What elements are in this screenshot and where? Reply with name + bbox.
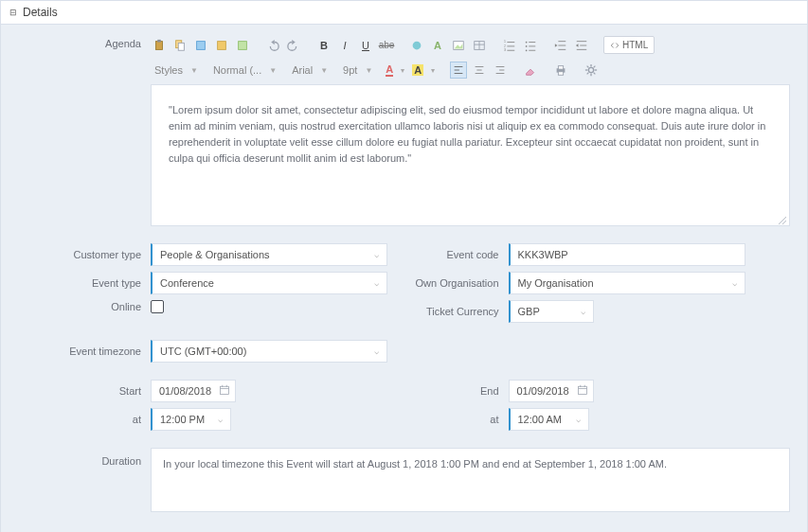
font-dropdown[interactable]: Arial▼ <box>288 62 332 78</box>
calendar-icon <box>577 384 588 398</box>
svg-rect-4 <box>197 41 206 49</box>
online-checkbox[interactable] <box>151 300 164 313</box>
event-type-label: Event type <box>18 277 151 289</box>
size-dropdown[interactable]: 9pt▼ <box>339 62 376 78</box>
event-code-label: Event code <box>404 249 509 260</box>
align-left-icon[interactable] <box>450 62 467 79</box>
ticket-currency-label: Ticket Currency <box>404 306 509 317</box>
styles-dropdown[interactable]: Styles▼ <box>151 62 202 78</box>
svg-marker-32 <box>576 44 579 47</box>
outdent-icon[interactable] <box>552 37 569 54</box>
svg-point-7 <box>413 41 422 49</box>
start-label: Start <box>18 385 151 397</box>
eraser-icon[interactable] <box>522 62 539 79</box>
details-panel: ⊟ Details Agenda <box>0 0 808 532</box>
panel-body: Agenda <box>1 25 807 532</box>
strike-icon[interactable]: abe <box>378 37 395 54</box>
svg-text:1: 1 <box>504 40 506 44</box>
end-label: End <box>404 385 509 397</box>
calendar-icon <box>219 384 230 398</box>
svg-line-53 <box>587 73 589 75</box>
gear-icon[interactable] <box>583 62 600 79</box>
chevron-down-icon: ⌵ <box>581 307 585 316</box>
editor-toolbar-1: B I U abe A <box>151 34 790 60</box>
paste-icon[interactable] <box>151 37 168 54</box>
svg-line-54 <box>594 66 596 68</box>
ticket-currency-select[interactable]: GBP ⌵ <box>509 300 594 323</box>
svg-point-21 <box>526 45 528 47</box>
table-icon[interactable] <box>471 37 488 54</box>
format-dropdown[interactable]: Normal (...▼ <box>209 62 280 78</box>
own-organisation-label: Own Organisation <box>404 277 509 289</box>
highlight-color-dropdown[interactable]: A▾ <box>410 64 437 76</box>
duration-label: Duration <box>18 448 151 467</box>
svg-rect-5 <box>218 41 226 49</box>
html-source-button[interactable]: HTML <box>603 36 655 54</box>
clipboard-icon[interactable] <box>171 37 189 54</box>
chevron-down-icon: ⌵ <box>374 278 379 288</box>
undo-icon[interactable] <box>264 37 281 54</box>
chevron-down-icon: ⌵ <box>374 250 379 259</box>
print-icon[interactable] <box>552 62 569 79</box>
indent-icon[interactable] <box>573 37 590 54</box>
panel-title: Details <box>23 6 58 19</box>
svg-text:2: 2 <box>504 44 506 47</box>
anchor-icon[interactable]: A <box>429 37 446 54</box>
svg-marker-42 <box>527 69 534 75</box>
duration-text: In your local timezone this Event will s… <box>163 458 667 470</box>
image-icon[interactable] <box>450 37 467 54</box>
svg-line-51 <box>587 66 589 68</box>
svg-rect-44 <box>559 66 564 70</box>
collapse-icon: ⊟ <box>9 8 17 17</box>
svg-line-52 <box>594 73 596 75</box>
unordered-list-icon[interactable] <box>522 37 539 54</box>
svg-text:3: 3 <box>504 48 506 52</box>
agenda-editor: B I U abe A <box>151 34 790 226</box>
customer-type-select[interactable]: People & Organisations ⌵ <box>151 243 387 266</box>
svg-point-23 <box>526 49 528 51</box>
agenda-label: Agenda <box>18 34 151 49</box>
start-date-input[interactable]: 01/08/2018 <box>151 380 236 402</box>
ordered-list-icon[interactable]: 123 <box>501 37 518 54</box>
paste-word-icon[interactable] <box>192 37 209 54</box>
own-organisation-select[interactable]: My Organisation ⌵ <box>509 272 745 294</box>
italic-icon[interactable]: I <box>336 37 353 54</box>
panel-header[interactable]: ⊟ Details <box>1 1 807 25</box>
svg-rect-6 <box>239 41 247 49</box>
chevron-down-icon: ⌵ <box>218 415 223 424</box>
agenda-textarea[interactable]: "Lorem ipsum dolor sit amet, consectetur… <box>151 84 790 226</box>
event-type-select[interactable]: Conference ⌵ <box>151 272 387 294</box>
start-time-select[interactable]: 12:00 PM ⌵ <box>151 408 231 431</box>
end-date-input[interactable]: 01/09/2018 <box>509 380 594 402</box>
svg-rect-1 <box>157 39 161 42</box>
svg-rect-61 <box>578 386 586 394</box>
svg-rect-0 <box>156 41 163 49</box>
svg-point-19 <box>526 41 528 43</box>
customer-type-label: Customer type <box>18 249 151 260</box>
duration-display: In your local timezone this Event will s… <box>151 448 790 512</box>
redo-icon[interactable] <box>285 37 302 54</box>
event-code-input[interactable]: KKK3WBP <box>509 243 745 266</box>
event-timezone-select[interactable]: UTC (GMT+00:00) ⌵ <box>151 340 387 363</box>
chevron-down-icon: ⌵ <box>374 346 379 356</box>
start-at-label: at <box>18 414 151 425</box>
svg-rect-45 <box>559 72 564 76</box>
online-label: Online <box>18 301 151 312</box>
link-icon[interactable] <box>408 37 425 54</box>
bold-icon[interactable]: B <box>315 37 332 54</box>
svg-rect-3 <box>178 43 184 50</box>
svg-rect-57 <box>221 386 229 394</box>
text-color-dropdown[interactable]: A▾ <box>384 63 406 77</box>
end-at-label: at <box>404 414 509 425</box>
event-timezone-label: Event timezone <box>18 346 151 357</box>
resize-handle-icon[interactable] <box>778 214 787 223</box>
chevron-down-icon: ⌵ <box>576 415 581 424</box>
agenda-text: "Lorem ipsum dolor sit amet, consectetur… <box>169 104 765 164</box>
underline-icon[interactable]: U <box>357 37 374 54</box>
align-right-icon[interactable] <box>492 62 509 79</box>
svg-line-55 <box>779 217 786 224</box>
end-time-select[interactable]: 12:00 AM ⌵ <box>509 408 589 431</box>
paste-special-icon[interactable] <box>213 37 230 54</box>
paste-html-icon[interactable] <box>234 37 251 54</box>
align-center-icon[interactable] <box>471 62 488 79</box>
